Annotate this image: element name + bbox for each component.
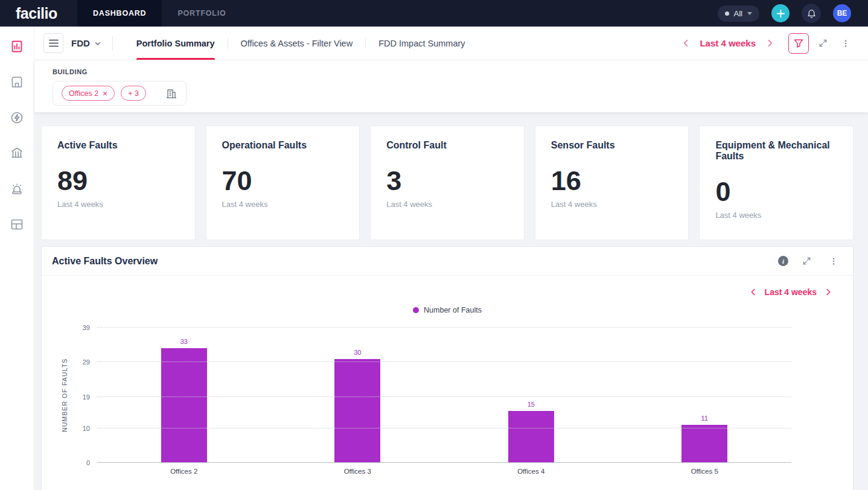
card-subtitle: Last 4 weeks (57, 200, 179, 209)
chip-label: Offices 2 (69, 89, 98, 98)
panel-more-options-button[interactable] (825, 252, 843, 270)
kebab-icon (841, 39, 850, 48)
funnel-icon (794, 39, 803, 48)
filter-bar: BUILDING Offices 2 × + 3 (34, 60, 868, 112)
stat-cards-row: Active Faults 89 Last 4 weeks Operationa… (41, 126, 854, 240)
chevron-right-icon (765, 39, 774, 48)
y-tick-label: 0 (86, 459, 90, 466)
hamburger-icon (49, 39, 59, 47)
card-title: Active Faults (57, 140, 179, 151)
time-range-label[interactable]: Last 4 weeks (700, 38, 756, 48)
expand-dashboard-button[interactable] (814, 34, 832, 52)
stat-card-control-fault: Control Fault 3 Last 4 weeks (370, 126, 525, 240)
building-picker-icon (165, 88, 177, 100)
active-faults-overview-panel: Active Faults Overview i (41, 246, 854, 490)
user-avatar[interactable]: BE (833, 4, 851, 22)
bar-chart: NUMBER OF FAULTS 33301511 010192939 Offi… (59, 328, 836, 475)
nav-tab-dashboard[interactable]: DASHBOARD (77, 0, 162, 27)
nav-tab-portfolio[interactable]: PORTFOLIO (162, 0, 241, 27)
stat-card-active-faults: Active Faults 89 Last 4 weeks (41, 126, 196, 240)
sidebar-item-portfolio[interactable] (9, 145, 25, 161)
topnav-actions: All BE (718, 4, 868, 23)
divider (112, 36, 113, 51)
sidebar-item-layout[interactable] (9, 217, 25, 232)
plot: 33301511 010192939 (97, 328, 791, 463)
filter-chip-more-count[interactable]: + 3 (121, 86, 146, 101)
x-tick-label: Offices 5 (618, 468, 792, 475)
panel-time-range-label[interactable]: Last 4 weeks (765, 287, 817, 297)
panel-title: Active Faults Overview (52, 256, 158, 267)
card-title: Equipment & Mechanical Faults (715, 140, 837, 162)
card-title: Sensor Faults (551, 140, 673, 151)
card-subtitle: Last 4 weeks (222, 200, 344, 209)
filter-chip-offices-2[interactable]: Offices 2 × (62, 86, 115, 101)
status-dot-icon (725, 11, 729, 16)
x-tick-label: Offices 3 (271, 468, 445, 475)
building-picker-button[interactable] (165, 88, 177, 100)
panel-body: Last 4 weeks Number of Faults NUMBER OF … (42, 276, 853, 475)
chevron-down-icon (94, 40, 101, 47)
sidebar-item-marketplace[interactable] (9, 74, 25, 90)
layout-icon (10, 217, 24, 232)
sidebar-item-energy[interactable] (9, 110, 25, 126)
more-options-button[interactable] (837, 34, 855, 52)
chevron-down-icon (747, 12, 752, 15)
expand-panel-button[interactable] (797, 252, 815, 270)
siren-icon (10, 182, 24, 196)
gridline (97, 428, 791, 428)
card-value: 0 (715, 178, 837, 205)
card-value: 3 (386, 167, 508, 194)
bank-building-icon (10, 146, 24, 161)
y-axis-label: NUMBER OF FAULTS (59, 328, 71, 463)
dashboard-tabs: Portfolio Summary Offices & Assets - Fil… (124, 27, 478, 60)
plus-icon (777, 10, 785, 18)
panel-time-range: Last 4 weeks (59, 284, 836, 300)
bar[interactable] (681, 425, 727, 463)
remove-chip-icon[interactable]: × (103, 89, 107, 98)
x-axis-labels: Offices 2Offices 3Offices 4Offices 5 (97, 468, 791, 475)
tab-fdd-impact-summary[interactable]: FDD Impact Summary (366, 27, 477, 60)
panel-actions: i (778, 252, 843, 270)
bar[interactable] (161, 348, 207, 463)
expand-icon (802, 256, 811, 266)
bar[interactable] (508, 411, 554, 463)
filter-button[interactable] (788, 33, 809, 54)
left-sidebar (0, 27, 34, 490)
gridline (97, 327, 791, 328)
top-navbar: facilio DASHBOARD PORTFOLIO All BE (0, 0, 868, 27)
tab-offices-assets-filter-view[interactable]: Offices & Assets - Filter View (228, 27, 366, 60)
sidebar-item-alarms[interactable] (9, 181, 25, 197)
chevron-left-icon (749, 288, 758, 296)
bar-group: 33 (97, 328, 271, 463)
chevron-left-icon (681, 39, 691, 48)
x-axis-line (97, 462, 791, 463)
add-button[interactable] (771, 4, 790, 22)
panel-time-prev-button[interactable] (745, 284, 761, 300)
chip-label: + 3 (128, 89, 139, 98)
chart-legend[interactable]: Number of Faults (59, 306, 836, 314)
sidebar-item-fdd[interactable] (9, 39, 25, 54)
time-range-next-button[interactable] (762, 36, 777, 51)
bar-data-label: 15 (528, 401, 535, 408)
card-value: 89 (57, 167, 179, 194)
y-tick-label: 10 (83, 425, 90, 432)
toolbar-actions: Last 4 weeks (678, 33, 855, 54)
menu-button[interactable] (43, 33, 63, 53)
module-selector-fdd[interactable]: FDD (71, 38, 101, 48)
facilio-logo: facilio (0, 5, 77, 22)
panel-header: Active Faults Overview i (42, 247, 853, 276)
x-tick-label: Offices 4 (444, 468, 618, 475)
info-icon[interactable]: i (778, 256, 788, 266)
bar[interactable] (334, 359, 380, 463)
panel-time-next-button[interactable] (820, 284, 836, 300)
tab-portfolio-summary[interactable]: Portfolio Summary (124, 27, 228, 60)
kebab-icon (829, 256, 838, 266)
legend-label: Number of Faults (424, 306, 482, 314)
notifications-button[interactable] (802, 4, 821, 23)
plot-area: 33301511 010192939 Offices 2Offices 3Off… (97, 328, 791, 475)
time-range-prev-button[interactable] (678, 36, 694, 51)
dashboard-toolbar: FDD Portfolio Summary Offices & Assets -… (34, 27, 868, 60)
fdd-building-icon (10, 39, 24, 54)
scope-selector[interactable]: All (718, 5, 759, 22)
card-title: Control Fault (386, 140, 508, 151)
